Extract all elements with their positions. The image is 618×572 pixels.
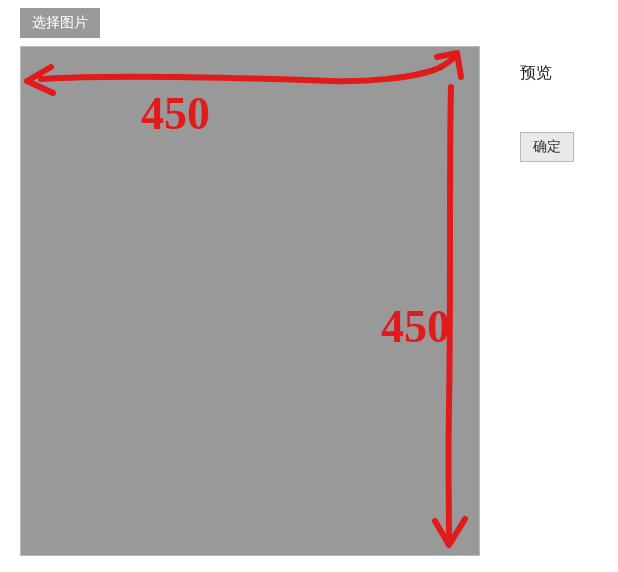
select-image-button[interactable]: 选择图片 (20, 8, 100, 38)
image-canvas[interactable]: 450 450 (20, 46, 480, 556)
width-annotation-text: 450 (141, 88, 210, 139)
annotation-overlay: 450 450 (21, 47, 481, 557)
height-annotation-text: 450 (381, 301, 450, 352)
confirm-button[interactable]: 确定 (520, 132, 574, 162)
preview-label: 预览 (520, 63, 552, 84)
